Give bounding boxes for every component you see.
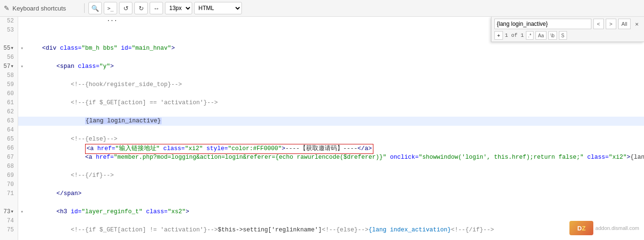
code-line-60 bbox=[18, 89, 644, 98]
word-label: \b bbox=[551, 33, 555, 38]
code-lines: ··· ▾ <div class="bm_h bbs" id="main_hna… bbox=[18, 17, 644, 240]
code-line-73: ▾ <h3 id="layer_reginfo_t" class="xs2"> bbox=[18, 207, 644, 217]
line-num-69: 69 bbox=[0, 171, 18, 180]
fold-btn-55[interactable]: ▾ bbox=[18, 44, 26, 53]
fold-btn-65[interactable] bbox=[18, 135, 26, 144]
find-whole-button[interactable]: S bbox=[559, 31, 567, 40]
line-content-64 bbox=[26, 126, 644, 135]
find-case-button[interactable]: Aa bbox=[535, 31, 546, 40]
fold-btn-76[interactable] bbox=[18, 235, 26, 240]
find-options: .* Aa \b S bbox=[526, 31, 567, 40]
code-line-64 bbox=[18, 126, 644, 135]
code-line-76 bbox=[18, 235, 644, 240]
line-num-53: 53 bbox=[0, 26, 18, 35]
fold-btn-66[interactable] bbox=[18, 144, 26, 153]
fold-btn-74[interactable] bbox=[18, 217, 26, 226]
language-select[interactable]: HTML CSS JavaScript PHP XML JSON bbox=[194, 2, 242, 14]
line-content-63: {lang login_inactive} bbox=[26, 117, 644, 126]
fold-btn-63[interactable] bbox=[18, 117, 26, 126]
undo-button[interactable]: ↺ bbox=[119, 2, 132, 14]
edit-icon: ✎ bbox=[4, 4, 10, 12]
code-line-63: {lang login_inactive} bbox=[18, 117, 644, 126]
watermark-logo-text: DZ bbox=[578, 225, 586, 232]
fold-btn-61[interactable] bbox=[18, 98, 26, 108]
line-content-60 bbox=[26, 89, 644, 98]
code-line-72 bbox=[18, 198, 644, 207]
fold-btn-56[interactable] bbox=[18, 53, 26, 62]
app-title: Keyboard shortcuts bbox=[12, 5, 66, 12]
fold-btn-60[interactable] bbox=[18, 89, 26, 98]
line-content-68 bbox=[26, 162, 644, 171]
line-content-65: <!--{else}--> bbox=[26, 135, 644, 144]
line-num-63: 63 bbox=[0, 117, 18, 126]
line-content-69: <!--{/if}--> bbox=[26, 171, 644, 180]
find-regex-button[interactable]: .* bbox=[526, 31, 534, 40]
font-size-select[interactable]: 10px 11px 12px 13px 14px 15px 16px bbox=[165, 2, 192, 14]
line-num-73: 73▾ bbox=[0, 207, 18, 217]
line-content-73: <h3 id="layer_reginfo_t" class="xs2"> bbox=[26, 207, 644, 217]
line-num-57: 57▾ bbox=[0, 62, 18, 71]
fold-btn-54[interactable] bbox=[18, 35, 26, 44]
find-close-button[interactable]: × bbox=[633, 20, 641, 28]
line-num-65: 65 bbox=[0, 135, 18, 144]
find-prev-button[interactable]: < bbox=[593, 19, 604, 29]
code-line-61: <!--{if $_GET[action] == 'activation'}--… bbox=[18, 98, 644, 108]
code-area[interactable]: ··· ▾ <div class="bm_h bbs" id="main_hna… bbox=[18, 17, 644, 240]
line-content-58 bbox=[26, 71, 644, 80]
title-area: ✎ Keyboard shortcuts bbox=[4, 4, 80, 12]
code-line-67: <a href="member.php?mod=logging&action=l… bbox=[18, 153, 644, 162]
watermark-site-text: addon.dismall.com bbox=[595, 225, 639, 231]
fold-btn-70[interactable] bbox=[18, 180, 26, 189]
fold-btn-75[interactable] bbox=[18, 226, 26, 235]
line-num-54 bbox=[0, 35, 18, 44]
line-num-56: 56 bbox=[0, 53, 18, 62]
line-num-67: 67 bbox=[0, 153, 18, 162]
fold-btn-71[interactable] bbox=[18, 189, 26, 198]
code-line-56 bbox=[18, 53, 644, 62]
whole-label: S bbox=[561, 33, 565, 38]
arrows-button[interactable]: ↔ bbox=[150, 2, 163, 14]
line-num-75: 75 bbox=[0, 226, 18, 235]
fold-btn-69[interactable] bbox=[18, 171, 26, 180]
find-add-button[interactable]: + bbox=[494, 31, 503, 40]
fold-btn-57[interactable]: ▾ bbox=[18, 62, 26, 71]
redo-button[interactable]: ↻ bbox=[134, 2, 148, 14]
line-num-62: 62 bbox=[0, 108, 18, 117]
case-label: Aa bbox=[538, 33, 544, 38]
find-bar: < > All × + 1 of 1 .* Aa bbox=[491, 17, 644, 42]
fold-btn-72[interactable] bbox=[18, 198, 26, 207]
toolbar: ✎ Keyboard shortcuts 🔍 >_ ↺ ↻ ↔ 10px 11p… bbox=[0, 0, 644, 17]
line-content-55: <div class="bm_h bbs" id="main_hnav"> bbox=[26, 44, 644, 53]
search-icon: 🔍 bbox=[91, 5, 99, 12]
fold-btn-67[interactable] bbox=[18, 153, 26, 162]
line-content-56 bbox=[26, 53, 644, 62]
fold-btn-73[interactable]: ▾ bbox=[18, 207, 26, 217]
line-content-71: </span> bbox=[26, 189, 644, 198]
redo-icon: ↻ bbox=[139, 5, 144, 12]
line-num-52: 52 bbox=[0, 17, 18, 26]
fold-btn-58[interactable] bbox=[18, 71, 26, 80]
watermark-logo: DZ bbox=[569, 221, 593, 235]
find-next-button[interactable]: > bbox=[606, 19, 616, 29]
line-content-57: <span class="y"> bbox=[26, 62, 644, 71]
fold-btn-64[interactable] bbox=[18, 126, 26, 135]
line-numbers: 52 53 55▾ 56 57▾ 58 59 60 61 62 63 64 65… bbox=[0, 17, 18, 240]
arrows-icon: ↔ bbox=[153, 5, 160, 12]
find-input[interactable] bbox=[494, 19, 591, 29]
fold-btn-68[interactable] bbox=[18, 162, 26, 171]
find-word-button[interactable]: \b bbox=[548, 31, 557, 40]
fold-btn-62[interactable] bbox=[18, 108, 26, 117]
code-line-74 bbox=[18, 217, 644, 226]
toolbar-separator-1 bbox=[84, 3, 85, 13]
terminal-button[interactable]: >_ bbox=[104, 2, 117, 14]
line-num-55: 55▾ bbox=[0, 44, 18, 53]
line-num-58: 58 bbox=[0, 71, 18, 80]
fold-btn-59[interactable] bbox=[18, 80, 26, 89]
fold-btn-53[interactable] bbox=[18, 26, 26, 35]
find-all-button[interactable]: All bbox=[618, 19, 631, 29]
search-button[interactable]: 🔍 bbox=[88, 2, 102, 14]
fold-btn-52[interactable] bbox=[18, 17, 26, 26]
line-num-59: 59 bbox=[0, 80, 18, 89]
line-content-74 bbox=[26, 217, 644, 226]
line-num-68: 68 bbox=[0, 162, 18, 171]
